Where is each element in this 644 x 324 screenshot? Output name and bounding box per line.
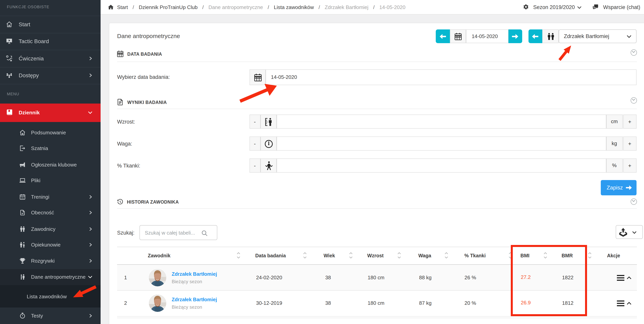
svg-text:31: 31 (21, 196, 24, 199)
